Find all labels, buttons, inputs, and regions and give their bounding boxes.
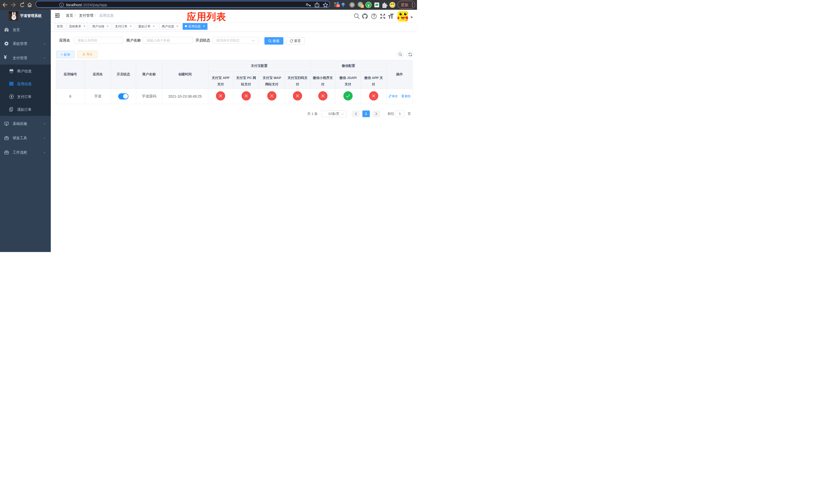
- svg-text:⌘: ⌘: [350, 3, 354, 7]
- svg-text:y: y: [368, 3, 370, 7]
- svg-text:1: 1: [361, 5, 363, 8]
- svg-text:10: 10: [336, 4, 339, 7]
